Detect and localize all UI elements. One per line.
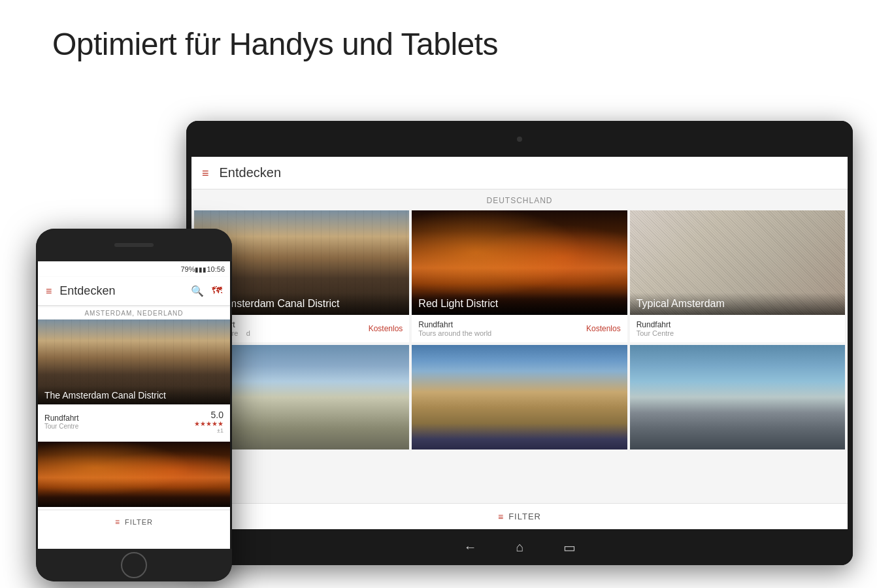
phone-filter-bar[interactable]: ≡ FILTER <box>38 510 230 533</box>
tablet-camera <box>517 137 522 142</box>
tablet-device: ≡ Entdecken DEUTSCHLAND The Amsterdam Ca… <box>186 121 853 565</box>
phone-second-card-image <box>38 442 230 507</box>
phone-bottom-bar <box>36 549 232 581</box>
phone-speaker <box>114 243 154 247</box>
tablet-card-redlight-left: Rundfahrt Tours around the world <box>418 320 491 337</box>
tablet-card-canal-free: Kostenlos <box>369 324 403 333</box>
tablet-grid: The Amsterdam Canal District Rundfahrt T… <box>191 210 848 452</box>
phone-filter-label: FILTER <box>125 518 153 526</box>
tablet-card-redlight-title: Red Light District <box>412 293 627 315</box>
tablet-card-redlight-tour: Rundfahrt <box>418 320 491 329</box>
tablet-card-typical-title: Typical Amsterdam <box>630 293 845 315</box>
phone-filter-icon: ≡ <box>115 517 120 527</box>
tablet-card-typical-info: Rundfahrt Tour Centre <box>630 315 845 342</box>
tablet-card-typical-left: Rundfahrt Tour Centre <box>637 320 674 337</box>
phone-rating-number: 5.0 <box>194 410 223 420</box>
phone-app-title: Entdecken <box>59 284 191 298</box>
tablet-card-typical-tour: Rundfahrt <box>637 320 674 329</box>
phone-signal-icon: ▮▮▮ <box>195 266 207 273</box>
tablet-app-header: ≡ Entdecken <box>191 157 848 189</box>
phone-tour-provider: Tour Centre <box>44 423 79 430</box>
phone-card-left: Rundfahrt Tour Centre <box>44 414 79 430</box>
tablet-recent-btn[interactable]: ▭ <box>563 540 576 555</box>
phone-stars: ★★★★★ <box>194 420 223 427</box>
phone-battery: 79% <box>180 265 195 273</box>
tablet-menu-icon[interactable]: ≡ <box>202 167 209 179</box>
tablet-home-btn[interactable]: ⌂ <box>516 540 523 555</box>
tablet-card-houses[interactable] <box>412 345 627 449</box>
phone-card-canal-title: The Amsterdam Canal District <box>38 386 230 404</box>
phone-card-info: Rundfahrt Tour Centre 5.0 ★★★★★ ±1 <box>38 404 230 439</box>
tablet-app: ≡ Entdecken DEUTSCHLAND The Amsterdam Ca… <box>191 157 848 529</box>
phone-time: 10:56 <box>207 265 225 273</box>
tablet-card-typical-provider: Tour Centre <box>637 329 674 337</box>
phone-tour-name: Rundfahrt <box>44 414 79 423</box>
tablet-card-redlight-image: Red Light District <box>412 210 627 315</box>
phone-menu-icon[interactable]: ≡ <box>46 286 52 297</box>
phone-device: 79% ▮▮▮ 10:56 ≡ Entdecken 🔍 🗺 AMSTERDAM,… <box>36 229 232 581</box>
phone-top-bar <box>36 229 232 261</box>
page-title: Optimiert für Handys und Tablets <box>52 26 498 62</box>
tablet-card-redlight-free: Kostenlos <box>586 324 621 333</box>
phone-status-bar: 79% ▮▮▮ 10:56 <box>38 261 230 277</box>
phone-map-icon[interactable]: 🗺 <box>212 285 222 297</box>
tablet-card-redlight-provider: Tours around the world <box>418 329 491 337</box>
phone-rating-count: ±1 <box>194 427 223 434</box>
tablet-app-content: DEUTSCHLAND The Amsterdam Canal District… <box>191 189 848 503</box>
tablet-region-label: DEUTSCHLAND <box>191 189 848 210</box>
tablet-card-typical[interactable]: Typical Amsterdam Rundfahrt Tour Centre <box>630 210 845 342</box>
tablet-top-bar <box>186 121 853 157</box>
tablet-card-redlight-info: Rundfahrt Tours around the world Kostenl… <box>412 315 627 342</box>
tablet-card-stadium[interactable] <box>630 345 845 449</box>
phone-rating: 5.0 ★★★★★ ±1 <box>194 410 223 434</box>
tablet-back-btn[interactable]: ← <box>463 540 476 555</box>
tablet-filter-icon: ≡ <box>498 512 503 522</box>
tablet-card-houses-image <box>412 345 627 449</box>
tablet-app-title: Entdecken <box>220 165 282 180</box>
phone-screen: 79% ▮▮▮ 10:56 ≡ Entdecken 🔍 🗺 AMSTERDAM,… <box>38 261 230 549</box>
phone-home-button[interactable] <box>121 552 147 578</box>
phone-main-card[interactable]: The Amsterdam Canal District Rundfahrt T… <box>38 319 230 439</box>
tablet-filter-bar[interactable]: ≡ FILTER <box>191 503 848 529</box>
phone-card-canal-image: The Amsterdam Canal District <box>38 319 230 404</box>
tablet-card-stadium-image <box>630 345 845 449</box>
phone-header-icons: 🔍 🗺 <box>191 285 222 297</box>
tablet-card-redlight[interactable]: Red Light District Rundfahrt Tours aroun… <box>412 210 627 342</box>
tablet-filter-label: FILTER <box>508 512 541 521</box>
tablet-screen: ≡ Entdecken DEUTSCHLAND The Amsterdam Ca… <box>191 157 848 529</box>
phone-app-header: ≡ Entdecken 🔍 🗺 <box>38 277 230 306</box>
phone-location-label: AMSTERDAM, NEDERLAND <box>38 306 230 319</box>
phone-second-card[interactable] <box>38 442 230 507</box>
tablet-card-typical-image: Typical Amsterdam <box>630 210 845 315</box>
tablet-bottom-bar: ← ⌂ ▭ <box>186 529 853 565</box>
phone-search-icon[interactable]: 🔍 <box>191 285 204 297</box>
